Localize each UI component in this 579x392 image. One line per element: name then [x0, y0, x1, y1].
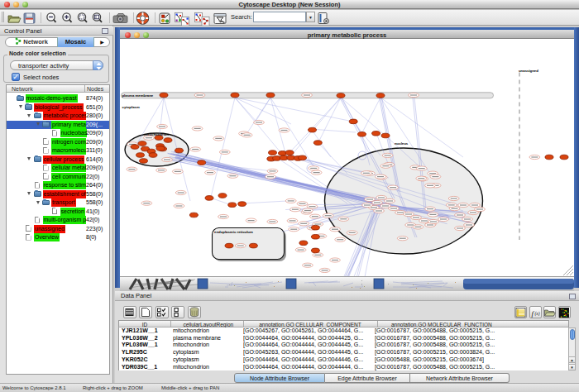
- svg-text:(x): (x): [535, 311, 540, 317]
- svg-text:unassigned: unassigned: [519, 69, 538, 73]
- svg-text:endoplasmic reticulum: endoplasmic reticulum: [214, 230, 253, 234]
- svg-text:plasma membrane: plasma membrane: [122, 93, 154, 98]
- svg-text:cytoplasm: cytoplasm: [122, 105, 140, 109]
- svg-text:mitochondrion: mitochondrion: [144, 132, 169, 136]
- svg-text:nucleus: nucleus: [395, 141, 409, 146]
